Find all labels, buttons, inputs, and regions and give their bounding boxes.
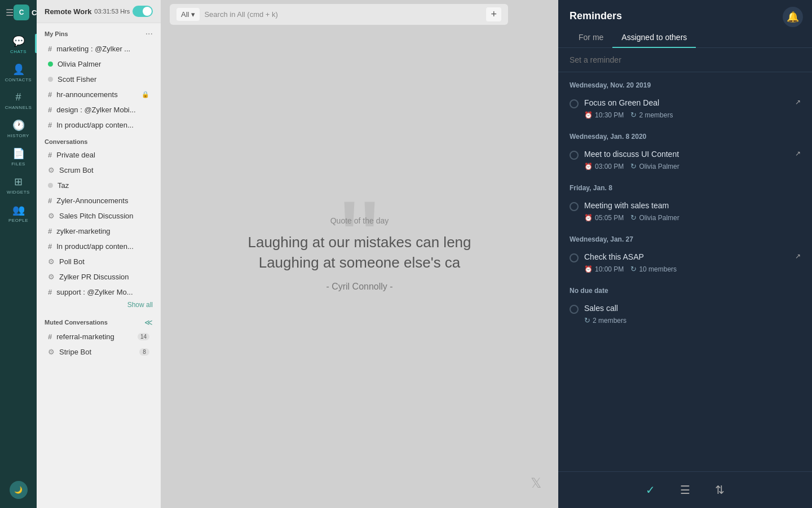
search-all-button[interactable]: All ▾ bbox=[176, 8, 200, 21]
sidebar-item-chats[interactable]: 💬 CHATS bbox=[0, 29, 37, 58]
reminder-complete-checkbox[interactable] bbox=[570, 151, 579, 160]
user-avatar[interactable]: 🌙 bbox=[10, 481, 28, 499]
quote-author: - Cyril Connolly - bbox=[248, 282, 471, 292]
offline-status-icon bbox=[48, 77, 53, 82]
list-item: Meeting with sales team ⏰ 05:05 PM ↻ Oli… bbox=[570, 196, 801, 226]
pin-item-label: In product/app conten... bbox=[56, 121, 149, 129]
muted-item-label: referral-marketing bbox=[56, 332, 133, 341]
reminder-complete-checkbox[interactable] bbox=[570, 202, 579, 211]
show-all-button[interactable]: Show all bbox=[37, 300, 161, 312]
pin-item-label: hr-announcements bbox=[56, 90, 137, 99]
contacts-label: CONTACTS bbox=[5, 77, 32, 82]
reminder-date-header: Wednesday, Nov. 20 2019 bbox=[570, 72, 801, 94]
offline-status-icon bbox=[48, 183, 53, 188]
group-icon: ↻ bbox=[630, 162, 637, 170]
sidebar-item-channels[interactable]: # CHANNELS bbox=[0, 86, 37, 113]
sidebar-item-history[interactable]: 🕐 HISTORY bbox=[0, 113, 37, 142]
list-item[interactable]: ⚙ Scrum Bot bbox=[40, 163, 157, 177]
chevron-down-icon: ▾ bbox=[191, 10, 195, 19]
online-status-icon bbox=[48, 62, 53, 67]
list-item[interactable]: ⚙ Zylker PR Discussion bbox=[40, 270, 157, 284]
sidebar-item-files[interactable]: 📄 FILES bbox=[0, 142, 37, 170]
list-item[interactable]: # In product/app conten... bbox=[40, 118, 157, 132]
bot-icon: ⚙ bbox=[48, 348, 55, 356]
search-add-button[interactable]: + bbox=[486, 7, 501, 21]
tab-assigned-to-others[interactable]: Assigned to others bbox=[612, 29, 696, 47]
reminder-meta: ⏰ 05:05 PM ↻ Olivia Palmer bbox=[584, 213, 801, 222]
list-item[interactable]: # marketing : @Zylker ... bbox=[40, 42, 157, 56]
muted-item-label: Stripe Bot bbox=[59, 348, 135, 356]
reminder-name: Meeting with sales team bbox=[584, 201, 801, 210]
list-item[interactable]: ⚙ Stripe Bot 8 bbox=[40, 345, 157, 359]
tab-for-me[interactable]: For me bbox=[570, 29, 612, 47]
reminder-content: Meet to discuss UI Content ⏰ 03:00 PM ↻ … bbox=[584, 150, 801, 170]
list-item: Focus on Green Deal ⏰ 10:30 PM ↻ 2 membe… bbox=[570, 94, 801, 124]
history-icon: 🕐 bbox=[12, 119, 25, 132]
reminder-complete-checkbox[interactable] bbox=[570, 305, 579, 314]
group-icon: ↻ bbox=[630, 265, 637, 273]
list-item[interactable]: # design : @Zylker Mobi... bbox=[40, 103, 157, 117]
people-icon: 👥 bbox=[12, 204, 25, 216]
list-item: Sales call ↻ 2 members bbox=[570, 299, 801, 329]
alarm-icon: ⏰ bbox=[584, 163, 593, 170]
channels-label: CHANNELS bbox=[5, 105, 32, 110]
reminder-search-input[interactable] bbox=[570, 55, 801, 64]
external-link-icon[interactable]: ↗ bbox=[795, 252, 801, 260]
muted-conversations-header: Muted Conversations ≪ bbox=[37, 312, 161, 329]
widgets-icon: ⊞ bbox=[14, 176, 23, 188]
reminder-name: Focus on Green Deal bbox=[584, 98, 801, 107]
list-item[interactable]: ⚙ Poll Bot bbox=[40, 255, 157, 269]
external-link-icon[interactable]: ↗ bbox=[795, 150, 801, 157]
reminder-members: ↻ Olivia Palmer bbox=[630, 213, 679, 222]
list-item[interactable]: ⚙ Sales Pitch Discussion bbox=[40, 209, 157, 223]
sidebar-item-contacts[interactable]: 👤 CONTACTS bbox=[0, 58, 37, 86]
sidebar-item-widgets[interactable]: ⊞ WIDGETS bbox=[0, 170, 37, 198]
conversation-label: Taz bbox=[58, 181, 149, 190]
search-input[interactable]: Search in All (cmd + k) bbox=[204, 10, 482, 19]
reminders-check-button[interactable]: ✓ bbox=[639, 481, 662, 499]
list-item[interactable]: Scott Fisher bbox=[40, 72, 157, 86]
reminder-search-area bbox=[558, 48, 812, 72]
reminder-complete-checkbox[interactable] bbox=[570, 99, 579, 108]
quote-container: Quote of the day Laughing at our mistake… bbox=[236, 205, 482, 304]
chats-label: CHATS bbox=[10, 49, 27, 54]
sidebar-item-people[interactable]: 👥 PEOPLE bbox=[0, 198, 37, 226]
reminders-sort-button[interactable]: ⇅ bbox=[708, 481, 731, 499]
list-item[interactable]: # In product/app conten... bbox=[40, 239, 157, 253]
hamburger-icon[interactable]: ☰ bbox=[6, 7, 14, 18]
reminder-time-value: 10:30 PM bbox=[595, 111, 624, 119]
list-item[interactable]: # referral-marketing 14 bbox=[40, 330, 157, 344]
my-pins-title: My Pins bbox=[45, 30, 68, 37]
list-item[interactable]: # support : @Zylker Mo... bbox=[40, 285, 157, 299]
list-item[interactable]: # Zyler-Announcements bbox=[40, 194, 157, 208]
reminder-meta: ⏰ 03:00 PM ↻ Olivia Palmer bbox=[584, 162, 801, 170]
app-logo-icon: C bbox=[14, 5, 29, 20]
reminder-members: ↻ 10 members bbox=[630, 265, 677, 273]
left-navigation: ☰ C Cliq 🔔 💬 CHATS 👤 CONTACTS # CHANNELS… bbox=[0, 0, 37, 508]
external-link-icon[interactable]: ↗ bbox=[795, 98, 801, 106]
group-icon: ↻ bbox=[630, 111, 637, 119]
channel-hash-icon: # bbox=[48, 196, 52, 205]
reminders-panel: Reminders ✕ 🔔 For me Assigned to others … bbox=[558, 0, 812, 508]
workspace-timer: 03:31:53 Hrs bbox=[94, 8, 130, 15]
list-item[interactable]: Taz bbox=[40, 178, 157, 192]
my-pins-more-button[interactable]: ··· bbox=[145, 29, 153, 39]
conversation-label: Sales Pitch Discussion bbox=[59, 212, 149, 220]
group-icon: ↻ bbox=[630, 213, 637, 222]
workspace-toggle[interactable] bbox=[133, 6, 153, 17]
list-item[interactable]: # zylker-marketing bbox=[40, 224, 157, 238]
reminders-header: Reminders ✕ bbox=[558, 0, 812, 23]
list-item[interactable]: # Private deal bbox=[40, 148, 157, 162]
list-item[interactable]: # hr-announcements 🔒 bbox=[40, 87, 157, 102]
reminder-time-value: 05:05 PM bbox=[595, 214, 624, 222]
reminder-complete-checkbox[interactable] bbox=[570, 253, 579, 262]
reminders-title: Reminders bbox=[570, 10, 622, 22]
reminders-list-button[interactable]: ☰ bbox=[673, 481, 697, 499]
search-all-label: All bbox=[181, 10, 189, 19]
bot-icon: ⚙ bbox=[48, 257, 55, 266]
list-item[interactable]: Olivia Palmer bbox=[40, 57, 157, 71]
nav-header: ☰ C Cliq 🔔 bbox=[0, 0, 37, 25]
reminders-footer: ✓ ☰ ⇅ bbox=[558, 471, 812, 508]
pin-item-label: Olivia Palmer bbox=[58, 60, 149, 68]
unread-badge: 14 bbox=[138, 333, 149, 340]
